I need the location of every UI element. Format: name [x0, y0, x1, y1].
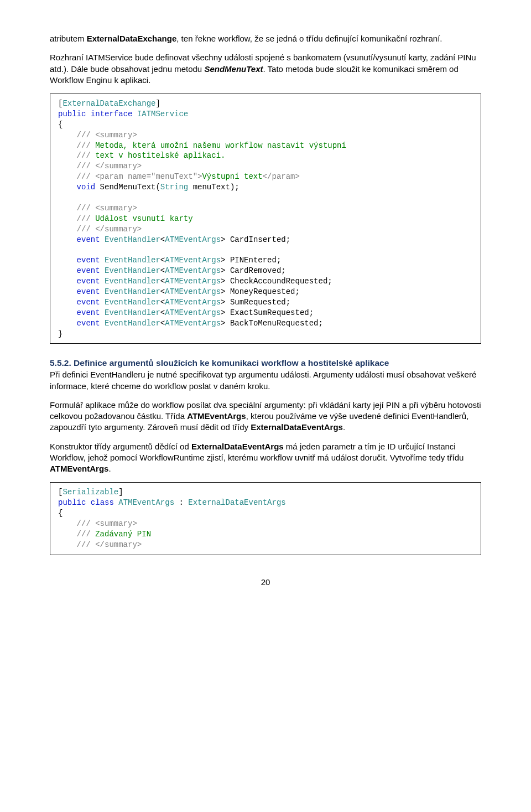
code-block-atmeventargs: [Serializable] public class ATMEventArgs… [50, 482, 481, 555]
text: . [108, 464, 111, 473]
paragraph-5: Konstruktor třídy argumentů dědící od Ex… [50, 441, 481, 475]
text: , ten řekne workflow, že se jedná o tříd… [176, 34, 442, 43]
text: . [343, 422, 345, 432]
term-sendmenutext: SendMenuText [204, 64, 263, 74]
term-externaldataeventargs: ExternalDataEventArgs [251, 422, 343, 432]
text: Konstruktor třídy argumentů dědící od [50, 442, 191, 451]
page-number: 20 [50, 577, 481, 587]
term-externaldataexchange: ExternalDataExchange [87, 34, 177, 43]
term-atmeventargs: ATMEventArgs [187, 411, 246, 421]
code-block-iatmservice: [ExternalDataExchange] public interface … [50, 94, 481, 344]
paragraph-1: atributem ExternalDataExchange, ten řekn… [50, 33, 481, 44]
term-atmeventargs: ATMEventArgs [50, 464, 108, 473]
text: atributem [50, 34, 87, 43]
paragraph-4: Formulář aplikace může do workflow posíl… [50, 400, 481, 433]
term-externaldataeventargs: ExternalDataEventArgs [191, 442, 284, 451]
paragraph-2: Rozhraní IATMService bude definovat všec… [50, 52, 481, 86]
paragraph-3: Při definici EventHandleru je nutné spec… [50, 369, 481, 392]
section-heading-5-5-2: 5.5.2. Definice argumentů sloužících ke … [50, 358, 481, 368]
document-page: atributem ExternalDataExchange, ten řekn… [0, 0, 531, 603]
